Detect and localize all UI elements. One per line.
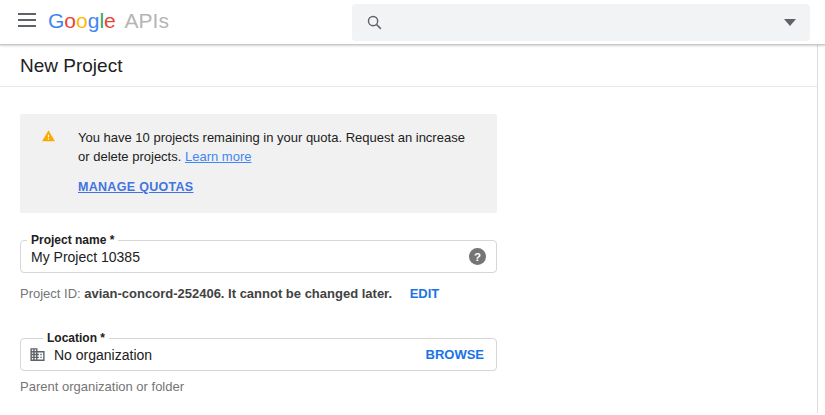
page-title: New Project [20, 55, 122, 77]
learn-more-link[interactable]: Learn more [185, 149, 251, 164]
manage-quotas-link[interactable]: MANAGE QUOTAS [78, 180, 193, 194]
search-bar[interactable] [352, 4, 810, 41]
organization-building-icon [29, 346, 46, 363]
logo-letter: g [88, 9, 100, 32]
logo-suffix: APIs [125, 9, 169, 32]
logo-letter: o [64, 9, 76, 32]
help-icon[interactable]: ? [469, 248, 486, 265]
project-name-input[interactable] [21, 249, 469, 265]
project-id-prefix: Project ID: [20, 286, 84, 301]
quota-message: You have 10 projects remaining in your q… [78, 128, 477, 166]
logo-letter: G [48, 9, 64, 32]
content-pane: New Project You have 10 projects remaini… [0, 45, 818, 413]
location-helper-text: Parent organization or folder [20, 379, 497, 394]
page-header: New Project [0, 45, 817, 87]
quota-notice: You have 10 projects remaining in your q… [20, 114, 497, 213]
browse-link[interactable]: BROWSE [426, 347, 485, 362]
logo-letter: e [104, 9, 116, 32]
location-field: Location * BROWSE [20, 338, 497, 371]
project-id-line: Project ID: avian-concord-252406. It can… [20, 286, 497, 301]
menu-icon[interactable] [18, 13, 36, 27]
location-input[interactable] [46, 347, 426, 363]
chevron-down-icon[interactable] [784, 19, 796, 26]
warning-icon [41, 129, 56, 143]
project-id-value: avian-concord-252406. It cannot be chang… [84, 286, 392, 301]
search-input[interactable] [393, 4, 774, 41]
search-icon [366, 14, 383, 31]
edit-link[interactable]: EDIT [410, 286, 440, 301]
project-name-field: Project name * ? [20, 240, 497, 273]
location-label: Location * [43, 331, 109, 345]
quota-message-text: You have 10 projects remaining in your q… [78, 130, 465, 164]
google-apis-logo[interactable]: Google APIs [48, 9, 169, 33]
top-app-bar: Google APIs [0, 0, 825, 45]
logo-letter: o [76, 9, 88, 32]
project-name-label: Project name * [27, 233, 118, 247]
